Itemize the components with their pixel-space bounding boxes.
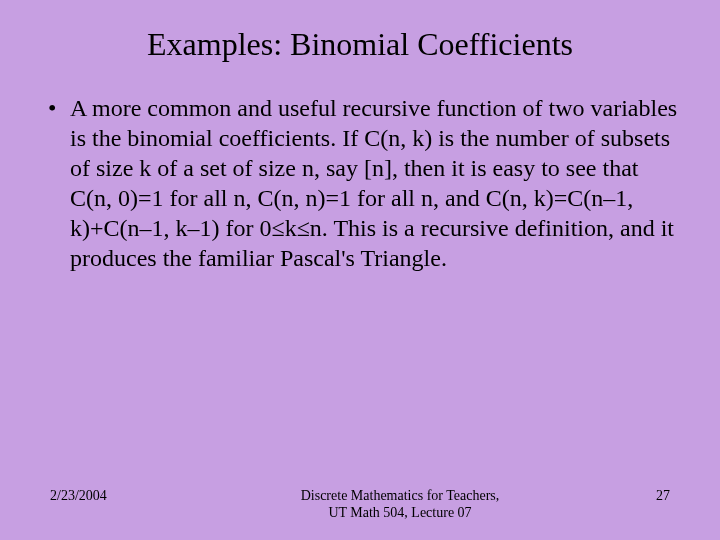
footer-center-line2: UT Math 504, Lecture 07 xyxy=(190,505,610,522)
footer-date: 2/23/2004 xyxy=(50,488,190,504)
footer-center-line1: Discrete Mathematics for Teachers, xyxy=(190,488,610,505)
slide-title: Examples: Binomial Coefficients xyxy=(40,26,680,63)
slide-body: • A more common and useful recursive fun… xyxy=(40,93,680,273)
footer-center: Discrete Mathematics for Teachers, UT Ma… xyxy=(190,488,610,522)
slide-footer: 2/23/2004 Discrete Mathematics for Teach… xyxy=(0,488,720,522)
bullet-dot-icon: • xyxy=(48,93,70,123)
slide: Examples: Binomial Coefficients • A more… xyxy=(0,0,720,540)
bullet-text: A more common and useful recursive funct… xyxy=(70,93,680,273)
footer-page-number: 27 xyxy=(610,488,670,504)
bullet-item: • A more common and useful recursive fun… xyxy=(48,93,680,273)
